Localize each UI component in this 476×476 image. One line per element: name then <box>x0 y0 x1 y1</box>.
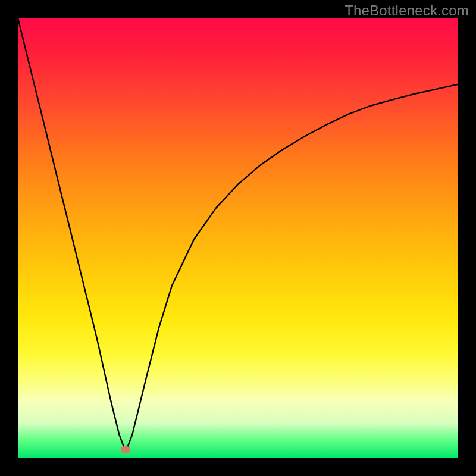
curve-path <box>18 18 458 452</box>
curve-svg <box>18 18 458 458</box>
plot-frame <box>18 18 458 458</box>
watermark-text: TheBottleneck.com <box>345 2 469 19</box>
minimum-marker <box>121 446 130 453</box>
